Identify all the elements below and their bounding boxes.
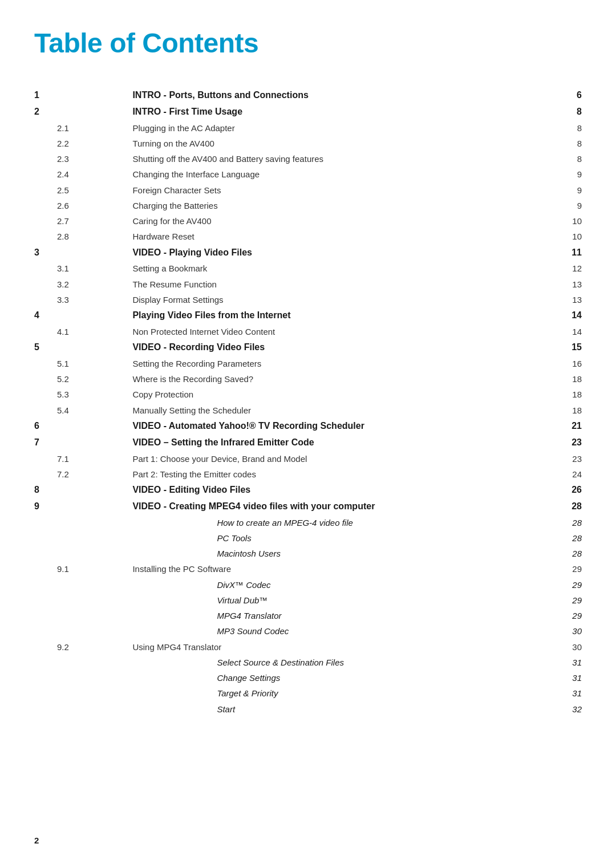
entry-num: 2.2	[34, 136, 132, 151]
table-row: 9.2Using MPG4 Translator30	[34, 639, 582, 655]
entry-title: Changing the Interface Language	[132, 167, 493, 182]
table-row: 9VIDEO - Creating MPEG4 video files with…	[34, 498, 582, 515]
entry-num: 7	[34, 435, 132, 451]
entry-title: Setting a Bookmark	[132, 261, 493, 276]
entry-num: 2.5	[34, 182, 132, 198]
entry-title: Copy Protection	[132, 387, 493, 402]
entry-page: 23	[493, 435, 582, 451]
entry-title: MP3 Sound Codec	[132, 623, 493, 639]
table-row: How to create an MPEG-4 video file28	[34, 515, 582, 530]
table-row: 2.2Turning on the AV4008	[34, 136, 582, 151]
table-row: 7.2Part 2: Testing the Emitter codes24	[34, 467, 582, 482]
entry-page: 18	[493, 371, 582, 387]
entry-page: 13	[493, 277, 582, 292]
entry-page: 9	[493, 198, 582, 213]
table-row: Change Settings31	[34, 670, 582, 686]
entry-title: INTRO - Ports, Buttons and Connections	[132, 87, 493, 104]
table-row: DivX™ Codec29	[34, 577, 582, 593]
entry-page: 14	[493, 324, 582, 339]
entry-num: 4.1	[34, 324, 132, 339]
entry-title: Display Format Settings	[132, 292, 493, 307]
entry-title: How to create an MPEG-4 video file	[132, 515, 493, 530]
entry-page: 8	[493, 104, 582, 120]
entry-title: VIDEO - Automated Yahoo!® TV Recording S…	[132, 418, 493, 435]
entry-num: 2.1	[34, 120, 132, 136]
entry-title: Part 1: Choose your Device, Brand and Mo…	[132, 451, 493, 467]
entry-page: 28	[493, 546, 582, 561]
table-row: 5.3Copy Protection18	[34, 387, 582, 402]
entry-title: Plugging in the AC Adapter	[132, 120, 493, 136]
entry-page: 30	[493, 639, 582, 655]
entry-title: Charging the Batteries	[132, 198, 493, 213]
entry-page: 14	[493, 307, 582, 324]
entry-page: 31	[493, 655, 582, 670]
entry-title: VIDEO - Creating MPEG4 video files with …	[132, 498, 493, 515]
entry-page: 13	[493, 292, 582, 307]
entry-title: Using MPG4 Translator	[132, 639, 493, 655]
entry-page: 26	[493, 482, 582, 498]
page-number: 2	[34, 835, 39, 845]
entry-num: 5.1	[34, 356, 132, 371]
entry-page: 10	[493, 213, 582, 229]
entry-num: 7.1	[34, 451, 132, 467]
table-row: 2.3Shutting off the AV400 and Battery sa…	[34, 151, 582, 167]
entry-num: 3.2	[34, 277, 132, 292]
entry-num: 9.1	[34, 561, 132, 577]
table-row: 2.1Plugging in the AC Adapter8	[34, 120, 582, 136]
entry-num: 9	[34, 498, 132, 515]
entry-title: Target & Priority	[132, 686, 493, 701]
entry-page: 9	[493, 167, 582, 182]
table-row: MP3 Sound Codec30	[34, 623, 582, 639]
table-row: 5.1Setting the Recording Parameters16	[34, 356, 582, 371]
table-row: 2.5Foreign Character Sets9	[34, 182, 582, 198]
entry-page: 28	[493, 530, 582, 546]
entry-num: 3	[34, 245, 132, 261]
page-title: Table of Contents	[34, 27, 582, 59]
entry-page: 30	[493, 623, 582, 639]
entry-page: 16	[493, 356, 582, 371]
entry-page: 8	[493, 151, 582, 167]
table-row: 3.1Setting a Bookmark12	[34, 261, 582, 276]
table-row: 2.4Changing the Interface Language9	[34, 167, 582, 182]
entry-num: 5.2	[34, 371, 132, 387]
entry-title: Non Protected Internet Video Content	[132, 324, 493, 339]
entry-page: 29	[493, 593, 582, 608]
entry-title: Virtual Dub™	[132, 593, 493, 608]
entry-title: Setting the Recording Parameters	[132, 356, 493, 371]
entry-title: Hardware Reset	[132, 229, 493, 244]
table-row: 2.8Hardware Reset10	[34, 229, 582, 244]
table-row: 5VIDEO - Recording Video Files15	[34, 339, 582, 356]
entry-num: 2.7	[34, 213, 132, 229]
table-row: Select Source & Destination Files31	[34, 655, 582, 670]
entry-title: Macintosh Users	[132, 546, 493, 561]
entry-page: 18	[493, 403, 582, 418]
table-row: 2.6Charging the Batteries9	[34, 198, 582, 213]
entry-title: Shutting off the AV400 and Battery savin…	[132, 151, 493, 167]
entry-page: 31	[493, 686, 582, 701]
entry-num: 4	[34, 307, 132, 324]
entry-title: Manually Setting the Scheduler	[132, 403, 493, 418]
table-row: 2.7Caring for the AV40010	[34, 213, 582, 229]
entry-page: 29	[493, 577, 582, 593]
entry-page: 24	[493, 467, 582, 482]
entry-num: 6	[34, 418, 132, 435]
table-row: 8VIDEO - Editing Video Files26	[34, 482, 582, 498]
table-row: Start32	[34, 701, 582, 717]
table-row: MPG4 Translator29	[34, 608, 582, 623]
entry-title: Part 2: Testing the Emitter codes	[132, 467, 493, 482]
table-row: Target & Priority31	[34, 686, 582, 701]
table-row: Macintosh Users28	[34, 546, 582, 561]
table-row: 3.2The Resume Function13	[34, 277, 582, 292]
entry-page: 15	[493, 339, 582, 356]
entry-num: 5.3	[34, 387, 132, 402]
table-row: 3.3Display Format Settings13	[34, 292, 582, 307]
entry-page: 29	[493, 561, 582, 577]
toc-table: 1INTRO - Ports, Buttons and Connections6…	[34, 87, 582, 717]
entry-num: 8	[34, 482, 132, 498]
entry-title: PC Tools	[132, 530, 493, 546]
entry-num: 2.6	[34, 198, 132, 213]
entry-num: 7.2	[34, 467, 132, 482]
entry-page: 8	[493, 136, 582, 151]
entry-title: Select Source & Destination Files	[132, 655, 493, 670]
entry-page: 29	[493, 608, 582, 623]
